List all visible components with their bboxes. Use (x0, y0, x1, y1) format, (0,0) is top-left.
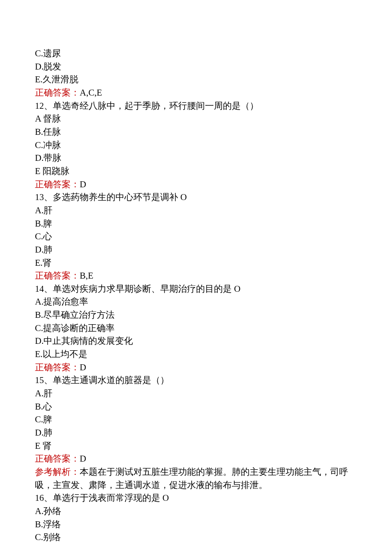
answer-value: B,E (80, 270, 93, 281)
q16-stem: 16、单选行于浅表而常浮现的是 O (35, 491, 357, 505)
q16-option-a: A.孙络 (35, 505, 357, 518)
q14-option-b: B.尽早确立治疗方法 (35, 308, 357, 322)
q12-option-d: D.带脉 (35, 151, 357, 165)
q12-option-e: E 阳跷脉 (35, 165, 357, 178)
q15-option-a: A.肝 (35, 387, 357, 400)
q13-option-c: C.心 (35, 230, 357, 243)
answer-value: D (80, 453, 86, 464)
q15-stem: 15、单选主通调水道的脏器是（） (35, 374, 357, 387)
q14-option-e: E.以上均不是 (35, 348, 357, 361)
q11-answer: 正确答案：A,C,E (35, 86, 357, 99)
q15-option-d: D.肺 (35, 426, 357, 439)
answer-label: 正确答案： (35, 270, 80, 281)
q12-answer: 正确答案：D (35, 178, 357, 191)
q14-option-a: A.提高治愈率 (35, 295, 357, 308)
q15-answer: 正确答案：D (35, 452, 357, 465)
q12-option-b: B.任脉 (35, 125, 357, 139)
answer-value: D (80, 362, 86, 372)
answer-label: 正确答案： (35, 179, 80, 189)
q11-option-c: C.遗尿 (35, 47, 357, 60)
q16-option-c: C.别络 (35, 531, 357, 544)
q12-option-c: C.冲脉 (35, 139, 357, 152)
q12-option-a: A 督脉 (35, 112, 357, 125)
answer-value: D (80, 179, 86, 189)
q13-option-b: B.脾 (35, 217, 357, 230)
q14-option-c: C.提高诊断的正确率 (35, 322, 357, 335)
q15-option-b: B.心 (35, 400, 357, 413)
q15-option-c: C.脾 (35, 413, 357, 426)
q16-option-b: B.浮络 (35, 518, 357, 531)
answer-label: 正确答案： (35, 362, 80, 372)
q13-option-e: E.肾 (35, 256, 357, 270)
q14-option-d: D.中止其病情的发展变化 (35, 334, 357, 348)
q14-stem: 14、单选对疾病力求早期诊断、早期治疗的目的是 O (35, 282, 357, 296)
q13-option-d: D.肺 (35, 243, 357, 256)
q12-stem: 12、单选奇经八脉中，起于季胁，环行腰间一周的是（） (35, 99, 357, 113)
answer-label: 正确答案： (35, 453, 80, 464)
q15-option-e: E 肾 (35, 439, 357, 453)
q13-stem: 13、多选药物养生的中心环节是调补 O (35, 191, 357, 204)
explanation-text: 本题在于测试对五脏生理功能的掌握。肺的主要生理功能主气，司呼吸，主宣发、肃降，主… (35, 467, 348, 490)
q14-answer: 正确答案：D (35, 361, 357, 374)
q11-option-d: D.脱发 (35, 60, 357, 73)
q13-answer: 正确答案：B,E (35, 269, 357, 282)
q15-explanation: 参考解析：本题在于测试对五脏生理功能的掌握。肺的主要生理功能主气，司呼吸，主宣发… (35, 465, 357, 491)
answer-label: 正确答案： (35, 87, 80, 98)
q11-option-e: E.久泄滑脱 (35, 73, 357, 86)
answer-value: A,C,E (80, 87, 102, 98)
explanation-label: 参考解析： (35, 467, 80, 477)
q13-option-a: A.肝 (35, 204, 357, 217)
